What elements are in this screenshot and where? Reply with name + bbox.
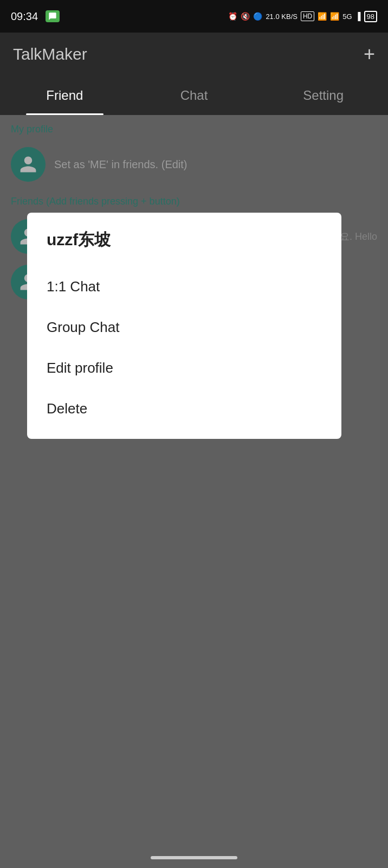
app-header: TalkMaker + — [0, 33, 388, 76]
menu-item-one-to-one-chat[interactable]: 1:1 Chat — [47, 267, 322, 306]
menu-item-group-chat[interactable]: Group Chat — [47, 308, 322, 347]
menu-item-edit-profile[interactable]: Edit profile — [47, 349, 322, 387]
menu-item-delete[interactable]: Delete — [47, 390, 322, 428]
tab-bar: Friend Chat Setting — [0, 76, 388, 115]
tab-setting[interactable]: Setting — [258, 76, 388, 115]
speed-text: 21.0 KB/S — [266, 12, 298, 21]
tab-friend[interactable]: Friend — [0, 76, 130, 115]
hd-badge: HD — [301, 11, 314, 21]
tab-chat[interactable]: Chat — [130, 76, 259, 115]
wifi-icon: 📶 — [318, 12, 327, 21]
signal-icon: 📶 — [330, 12, 339, 21]
mute-icon: 🔇 — [241, 12, 250, 21]
status-bar: 09:34 ⏰ 🔇 🔵 21.0 KB/S HD 📶 📶 5G ▐ 98 — [0, 0, 388, 33]
context-menu: uzzf东坡 1:1 Chat Group Chat Edit profile … — [27, 213, 341, 439]
home-indicator — [151, 856, 237, 859]
status-icons: ⏰ 🔇 🔵 21.0 KB/S HD 📶 📶 5G ▐ 98 — [228, 11, 377, 22]
signal-bars-icon: ▐ — [355, 12, 361, 21]
context-menu-title: uzzf东坡 — [47, 229, 322, 251]
alarm-icon: ⏰ — [228, 12, 237, 21]
bluetooth-icon: 🔵 — [253, 12, 262, 21]
add-contact-button[interactable]: + — [364, 44, 375, 64]
main-content: My profile Set as 'ME' in friends. (Edit… — [0, 115, 388, 868]
status-time: 09:34 — [11, 10, 38, 23]
battery-icon: 98 — [364, 11, 377, 22]
app-title: TalkMaker — [13, 45, 87, 63]
chat-notification-icon — [46, 10, 60, 22]
5g-icon: 5G — [342, 12, 352, 21]
